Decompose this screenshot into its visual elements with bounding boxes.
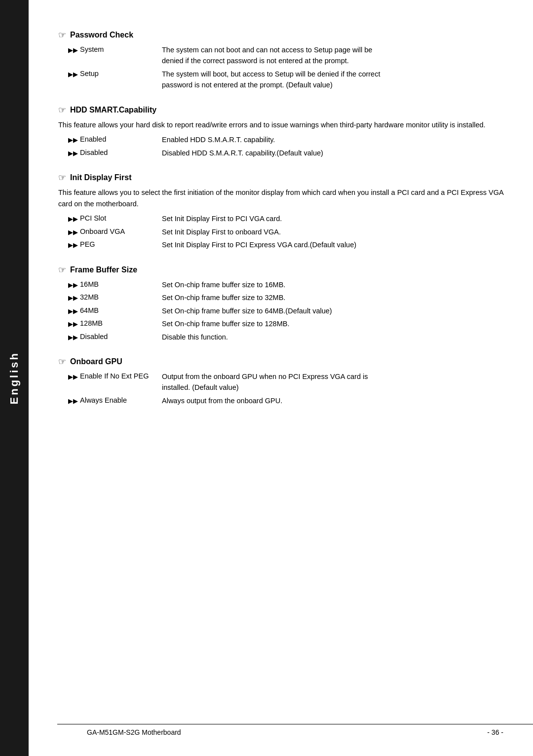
- arrow-icon: ▶▶: [68, 240, 78, 250]
- section-body-init-display-first: This feature allows you to select the fi…: [58, 187, 503, 209]
- option-value: Disable this function.: [162, 332, 503, 342]
- option-key: ▶▶16MB: [58, 279, 162, 290]
- option-key: ▶▶64MB: [58, 305, 162, 316]
- option-value: Set On-chip frame buffer size to 16MB.: [162, 279, 503, 290]
- section-init-display-first: ☞Init Display FirstThis feature allows y…: [58, 172, 503, 250]
- option-key: ▶▶Disabled: [58, 332, 162, 342]
- option-key: ▶▶System: [58, 44, 162, 67]
- section-icon-init-display-first: ☞: [58, 172, 66, 183]
- option-key: ▶▶Always Enable: [58, 395, 162, 406]
- option-key-text: Enable If No Ext PEG: [80, 371, 149, 382]
- section-title-hdd-smart: HDD SMART.Capability: [70, 106, 156, 114]
- option-value: Set On-chip frame buffer size to 32MB.: [162, 292, 503, 303]
- arrow-icon: ▶▶: [68, 45, 78, 55]
- sidebar: English: [0, 0, 29, 756]
- option-value: Disabled HDD S.M.A.R.T. capability.(Defa…: [162, 148, 503, 158]
- option-value: Set Init Display First to PCI Express VG…: [162, 239, 503, 250]
- option-key: ▶▶PCI Slot: [58, 213, 162, 224]
- option-key-text: PCI Slot: [80, 213, 106, 224]
- option-row: ▶▶Always EnableAlways output from the on…: [58, 395, 503, 406]
- section-title-onboard-gpu: Onboard GPU: [70, 357, 122, 366]
- section-icon-onboard-gpu: ☞: [58, 356, 66, 367]
- section-icon-hdd-smart: ☞: [58, 105, 66, 115]
- option-row: ▶▶PCI SlotSet Init Display First to PCI …: [58, 213, 503, 224]
- option-value: The system can not boot and can not acce…: [162, 44, 503, 67]
- arrow-icon: ▶▶: [68, 70, 78, 79]
- option-key: ▶▶Enabled: [58, 134, 162, 145]
- section-frame-buffer-size: ☞Frame Buffer Size▶▶16MBSet On-chip fram…: [58, 265, 503, 342]
- option-row: ▶▶Enable If No Ext PEGOutput from the on…: [58, 371, 503, 393]
- option-row: ▶▶DisabledDisable this function.: [58, 332, 503, 342]
- footer: GA-M51GM-S2G Motherboard - 36 -: [57, 724, 533, 736]
- arrow-icon: ▶▶: [68, 149, 78, 158]
- arrow-icon: ▶▶: [68, 293, 78, 303]
- option-key: ▶▶PEG: [58, 239, 162, 250]
- option-row: ▶▶EnabledEnabled HDD S.M.A.R.T. capabili…: [58, 134, 503, 145]
- footer-model: GA-M51GM-S2G Motherboard: [87, 728, 181, 736]
- section-password-check: ☞Password Check▶▶SystemThe system can no…: [58, 30, 503, 91]
- option-key-text: Disabled: [80, 332, 108, 342]
- option-key: ▶▶32MB: [58, 292, 162, 303]
- option-key-text: 64MB: [80, 305, 99, 316]
- arrow-icon: ▶▶: [68, 280, 78, 290]
- option-row: ▶▶64MBSet On-chip frame buffer size to 6…: [58, 305, 503, 316]
- sidebar-label: English: [8, 351, 21, 404]
- arrow-icon: ▶▶: [68, 333, 78, 342]
- option-row: ▶▶16MBSet On-chip frame buffer size to 1…: [58, 279, 503, 290]
- section-title-frame-buffer-size: Frame Buffer Size: [70, 265, 137, 274]
- arrow-icon: ▶▶: [68, 372, 78, 382]
- option-row: ▶▶SystemThe system can not boot and can …: [58, 44, 503, 67]
- option-value: Set Init Display First to PCI VGA card.: [162, 213, 503, 224]
- option-key-text: 128MB: [80, 318, 103, 329]
- section-icon-password-check: ☞: [58, 30, 66, 40]
- section-icon-frame-buffer-size: ☞: [58, 265, 66, 275]
- option-key-text: Setup: [80, 69, 99, 79]
- option-key-text: PEG: [80, 239, 95, 250]
- option-key: ▶▶128MB: [58, 318, 162, 329]
- section-heading-onboard-gpu: ☞Onboard GPU: [58, 356, 503, 367]
- option-value: Set Init Display First to onboard VGA.: [162, 227, 503, 237]
- option-row: ▶▶DisabledDisabled HDD S.M.A.R.T. capabi…: [58, 148, 503, 158]
- page-container: English ☞Password Check▶▶SystemThe syste…: [0, 0, 533, 756]
- option-key-text: System: [80, 44, 104, 55]
- section-heading-init-display-first: ☞Init Display First: [58, 172, 503, 183]
- sections-container: ☞Password Check▶▶SystemThe system can no…: [58, 30, 503, 406]
- option-value: Enabled HDD S.M.A.R.T. capability.: [162, 134, 503, 145]
- option-value: Set On-chip frame buffer size to 64MB.(D…: [162, 305, 503, 316]
- section-hdd-smart: ☞HDD SMART.CapabilityThis feature allows…: [58, 105, 503, 158]
- section-body-hdd-smart: This feature allows your hard disk to re…: [58, 119, 503, 130]
- section-heading-frame-buffer-size: ☞Frame Buffer Size: [58, 265, 503, 275]
- arrow-icon: ▶▶: [68, 214, 78, 224]
- main-content: ☞Password Check▶▶SystemThe system can no…: [29, 0, 533, 756]
- arrow-icon: ▶▶: [68, 319, 78, 329]
- option-key-text: 32MB: [80, 292, 99, 303]
- option-row: ▶▶32MBSet On-chip frame buffer size to 3…: [58, 292, 503, 303]
- option-row: ▶▶128MBSet On-chip frame buffer size to …: [58, 318, 503, 329]
- option-value: Output from the onboard GPU when no PCI …: [162, 371, 503, 393]
- option-value: Set On-chip frame buffer size to 128MB.: [162, 318, 503, 329]
- option-key-text: Onboard VGA: [80, 227, 125, 237]
- option-value: Always output from the onboard GPU.: [162, 395, 503, 406]
- section-heading-hdd-smart: ☞HDD SMART.Capability: [58, 105, 503, 115]
- arrow-icon: ▶▶: [68, 306, 78, 316]
- option-key-text: Enabled: [80, 134, 106, 145]
- option-key-text: 16MB: [80, 279, 99, 290]
- option-key: ▶▶Onboard VGA: [58, 227, 162, 237]
- arrow-icon: ▶▶: [68, 227, 78, 237]
- option-key: ▶▶Setup: [58, 69, 162, 91]
- section-title-init-display-first: Init Display First: [70, 173, 131, 182]
- option-value: The system will boot, but access to Setu…: [162, 69, 503, 91]
- section-title-password-check: Password Check: [70, 31, 133, 39]
- section-heading-password-check: ☞Password Check: [58, 30, 503, 40]
- section-onboard-gpu: ☞Onboard GPU▶▶Enable If No Ext PEGOutput…: [58, 356, 503, 406]
- footer-page: - 36 -: [487, 728, 503, 736]
- option-key-text: Always Enable: [80, 395, 127, 406]
- arrow-icon: ▶▶: [68, 135, 78, 145]
- option-key: ▶▶Disabled: [58, 148, 162, 158]
- option-row: ▶▶SetupThe system will boot, but access …: [58, 69, 503, 91]
- option-key-text: Disabled: [80, 148, 108, 158]
- arrow-icon: ▶▶: [68, 396, 78, 406]
- option-row: ▶▶Onboard VGASet Init Display First to o…: [58, 227, 503, 237]
- option-key: ▶▶Enable If No Ext PEG: [58, 371, 162, 393]
- option-row: ▶▶PEGSet Init Display First to PCI Expre…: [58, 239, 503, 250]
